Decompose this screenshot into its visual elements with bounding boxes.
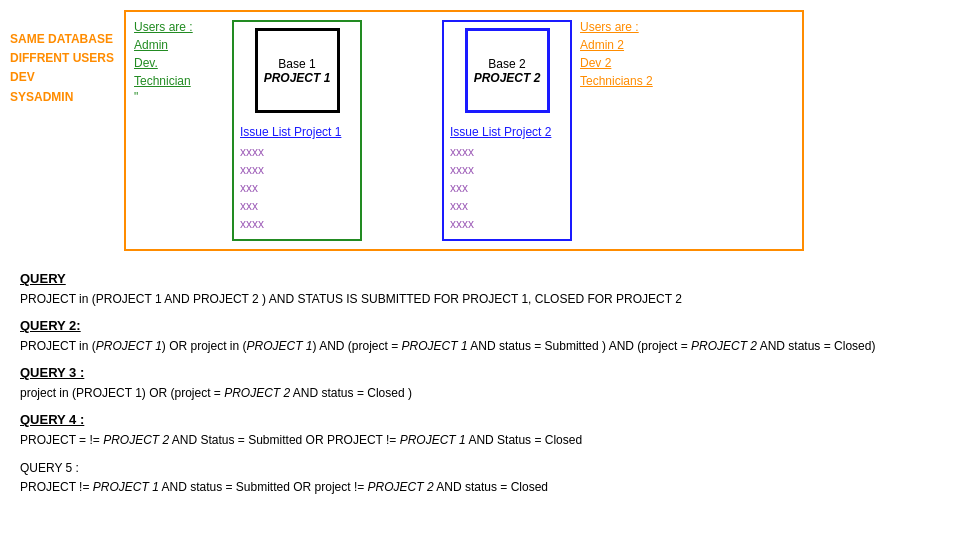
query2-block: QUERY 2: PROJECT in (PROJECT 1) OR proje…: [20, 318, 940, 355]
project1-users-info: Users are : Admin Dev. Technician ": [134, 20, 224, 104]
project2-name-label: PROJECT 2: [474, 71, 541, 85]
query1-title: QUERY: [20, 271, 940, 286]
spacer: [372, 20, 432, 241]
query5-block: QUERY 5 : PROJECT != PROJECT 1 AND statu…: [20, 459, 940, 496]
project1-issue-2: xxxx: [240, 161, 354, 179]
project1-issue-4: xxx: [240, 197, 354, 215]
query5-title: QUERY 5 :: [20, 459, 940, 478]
top-section: SAME DATABASE DIFFRENT USERS DEV SYSADMI…: [10, 10, 950, 251]
project1-issue-3: xxx: [240, 179, 354, 197]
project1-issue-5: xxxx: [240, 215, 354, 233]
label-diffrent-users: DIFFRENT USERS: [10, 49, 114, 68]
left-labels: SAME DATABASE DIFFRENT USERS DEV SYSADMI…: [10, 10, 114, 107]
project2-square: Base 2 PROJECT 2: [465, 28, 550, 113]
project2-user-admin2: Admin 2: [580, 36, 670, 54]
project2-issue-4: xxx: [450, 197, 564, 215]
project1-issue-title: Issue List Project 1: [240, 125, 354, 139]
project1-issue-list: Issue List Project 1 xxxx xxxx xxx xxx x…: [240, 125, 354, 233]
query1-block: QUERY PROJECT in (PROJECT 1 AND PROJECT …: [20, 271, 940, 308]
project2-issue-5: xxxx: [450, 215, 564, 233]
project1-square: Base 1 PROJECT 1: [255, 28, 340, 113]
query1-text: PROJECT in (PROJECT 1 AND PROJECT 2 ) AN…: [20, 290, 940, 308]
project2-issue-1: xxxx: [450, 143, 564, 161]
query3-title: QUERY 3 :: [20, 365, 940, 380]
query2-title: QUERY 2:: [20, 318, 940, 333]
project1-name-label: PROJECT 1: [264, 71, 331, 85]
project1-user-admin: Admin: [134, 36, 224, 54]
project2-issue-3: xxx: [450, 179, 564, 197]
project1-group: Users are : Admin Dev. Technician " Base…: [134, 20, 362, 241]
outer-orange-box: Users are : Admin Dev. Technician " Base…: [124, 10, 804, 251]
project1-user-dev: Dev.: [134, 54, 224, 72]
query2-text: PROJECT in (PROJECT 1) OR project in (PR…: [20, 337, 940, 355]
query4-block: QUERY 4 : PROJECT = != PROJECT 2 AND Sta…: [20, 412, 940, 449]
project2-user-dev2: Dev 2: [580, 54, 670, 72]
label-sysadmin: SYSADMIN: [10, 88, 114, 107]
query5-text: PROJECT != PROJECT 1 AND status = Submit…: [20, 478, 940, 496]
project1-box: Base 1 PROJECT 1 Issue List Project 1 xx…: [232, 20, 362, 241]
project2-box: Base 2 PROJECT 2 Issue List Project 2 xx…: [442, 20, 572, 241]
label-same-database: SAME DATABASE: [10, 30, 114, 49]
project1-users-label: Users are :: [134, 20, 224, 34]
query4-title: QUERY 4 :: [20, 412, 940, 427]
query-section: QUERY PROJECT in (PROJECT 1 AND PROJECT …: [10, 271, 950, 496]
project2-issue-list: Issue List Project 2 xxxx xxxx xxx xxx x…: [450, 125, 564, 233]
project2-base-label: Base 2: [488, 57, 525, 71]
project1-user-technician: Technician: [134, 72, 224, 90]
project2-issue-title: Issue List Project 2: [450, 125, 564, 139]
project2-issue-2: xxxx: [450, 161, 564, 179]
project1-quote: ": [134, 90, 224, 104]
project2-group: Base 2 PROJECT 2 Issue List Project 2 xx…: [442, 20, 670, 241]
label-dev: DEV: [10, 68, 114, 87]
project1-issue-1: xxxx: [240, 143, 354, 161]
project2-user-tech2: Technicians 2: [580, 72, 670, 90]
query4-text: PROJECT = != PROJECT 2 AND Status = Subm…: [20, 431, 940, 449]
query3-block: QUERY 3 : project in (PROJECT 1) OR (pro…: [20, 365, 940, 402]
project2-users-info: Users are : Admin 2 Dev 2 Technicians 2: [580, 20, 670, 90]
project1-base-label: Base 1: [278, 57, 315, 71]
project2-users-label: Users are :: [580, 20, 670, 34]
query3-text: project in (PROJECT 1) OR (project = PRO…: [20, 384, 940, 402]
